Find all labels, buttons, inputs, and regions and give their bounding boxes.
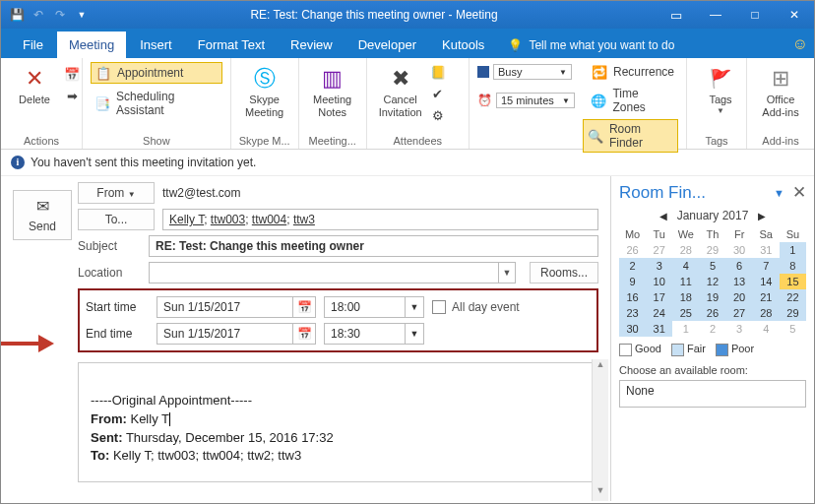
meeting-notes-button[interactable]: ▥ Meeting Notes — [307, 62, 358, 120]
calendar-day[interactable]: 5 — [780, 321, 806, 337]
forward-small-icon[interactable]: ➡ — [60, 86, 84, 105]
tab-insert[interactable]: Insert — [128, 32, 184, 58]
calendar-day[interactable]: 29 — [699, 242, 725, 258]
calendar-day[interactable]: 2 — [619, 258, 646, 274]
calendar-day[interactable]: 2 — [699, 321, 725, 337]
tab-format-text[interactable]: Format Text — [186, 32, 277, 58]
calendar-day[interactable]: 26 — [619, 242, 646, 258]
calendar-day[interactable]: 25 — [672, 305, 699, 321]
reminder-combo[interactable]: 15 minutes▼ — [496, 93, 575, 108]
cancel-invitation-button[interactable]: ✖ Cancel Invitation — [375, 62, 426, 125]
calendar-day[interactable]: 17 — [646, 289, 672, 305]
calendar-day[interactable]: 9 — [619, 274, 646, 289]
start-date-field[interactable]: Sun 1/15/2017 📅 — [157, 296, 316, 318]
calendar-day[interactable]: 3 — [646, 258, 672, 274]
to-field[interactable]: Kelly T; ttw003; ttw004; ttw3 — [162, 209, 598, 230]
mini-calendar[interactable]: MoTuWeThFrSaSu 2627282930311234567891011… — [619, 226, 806, 337]
calendar-day[interactable]: 15 — [780, 274, 806, 289]
calendar-day[interactable]: 11 — [672, 274, 699, 289]
calendar-day[interactable]: 6 — [726, 258, 753, 274]
calendar-day[interactable]: 5 — [699, 258, 725, 274]
calendar-day[interactable]: 12 — [699, 274, 725, 289]
response-options-icon[interactable]: ⚙ — [426, 105, 450, 125]
chevron-down-icon[interactable]: ▼ — [405, 324, 423, 344]
room-list[interactable]: None — [619, 380, 806, 408]
tab-file[interactable]: File — [11, 32, 55, 58]
calendar-day[interactable]: 28 — [672, 242, 699, 258]
qat-save-icon[interactable]: 💾 — [7, 5, 27, 25]
send-button[interactable]: ✉ Send — [13, 190, 72, 240]
calendar-day[interactable]: 1 — [672, 321, 699, 337]
tab-meeting[interactable]: Meeting — [57, 32, 126, 58]
calendar-day[interactable]: 26 — [699, 305, 725, 321]
tell-me[interactable]: 💡 Tell me what you want to do — [498, 32, 784, 58]
calendar-day[interactable]: 13 — [726, 274, 753, 289]
calendar-day[interactable]: 31 — [753, 242, 780, 258]
start-time-field[interactable]: 18:00 ▼ — [324, 296, 424, 318]
tab-kutools[interactable]: Kutools — [430, 32, 496, 58]
feedback-smiley-icon[interactable]: ☺ — [786, 31, 814, 58]
calendar-picker-icon[interactable]: 📅 — [292, 324, 315, 344]
calendar-day[interactable]: 21 — [753, 289, 780, 305]
tab-review[interactable]: Review — [279, 32, 345, 58]
end-time-field[interactable]: 18:30 ▼ — [324, 323, 424, 345]
scheduling-assistant-button[interactable]: 📑 Scheduling Assistant — [91, 88, 222, 119]
calendar-day[interactable]: 3 — [726, 321, 753, 337]
prev-month-icon[interactable]: ◀ — [659, 211, 667, 221]
calendar-day[interactable]: 28 — [753, 305, 780, 321]
calendar-day[interactable]: 18 — [672, 289, 699, 305]
calendar-day[interactable]: 31 — [646, 321, 672, 337]
room-finder-button[interactable]: 🔍Room Finder — [583, 119, 678, 153]
tags-button[interactable]: 🚩 Tags ▼ — [695, 62, 746, 117]
minimize-icon[interactable]: — — [696, 1, 735, 29]
rooms-button[interactable]: Rooms... — [530, 262, 598, 284]
subject-field[interactable]: RE: Test: Change this meeting owner — [149, 235, 598, 257]
calendar-day[interactable]: 16 — [619, 289, 646, 305]
calendar-day[interactable]: 30 — [619, 321, 646, 337]
calendar-day[interactable]: 20 — [726, 289, 753, 305]
delete-button[interactable]: ✕ Delete — [9, 62, 60, 108]
message-body[interactable]: -----Original Appointment----- From: Kel… — [78, 362, 598, 482]
calendar-day[interactable]: 22 — [780, 289, 806, 305]
skype-meeting-button[interactable]: Ⓢ Skype Meeting — [239, 62, 290, 120]
qat-redo-icon[interactable]: ↷ — [50, 5, 70, 25]
all-day-checkbox[interactable]: All day event — [432, 300, 520, 314]
from-button[interactable]: From ▼ — [78, 182, 155, 204]
pane-menu-icon[interactable]: ▼ — [774, 187, 784, 199]
calendar-day[interactable]: 14 — [753, 274, 780, 289]
qat-more-icon[interactable]: ▼ — [72, 5, 92, 25]
office-addins-button[interactable]: ⊞ Office Add-ins — [755, 62, 806, 120]
next-month-icon[interactable]: ▶ — [758, 211, 766, 221]
calendar-day[interactable]: 24 — [646, 305, 672, 321]
recurrence-button[interactable]: 🔁Recurrence — [588, 62, 678, 82]
calendar-day[interactable]: 7 — [753, 258, 780, 274]
calendar-day[interactable]: 30 — [726, 242, 753, 258]
appointment-button[interactable]: 📋 Appointment — [91, 62, 222, 84]
calendar-day[interactable]: 10 — [646, 274, 672, 289]
calendar-day[interactable]: 4 — [672, 258, 699, 274]
to-button[interactable]: To... — [78, 209, 155, 230]
close-window-icon[interactable]: ✕ — [775, 1, 814, 29]
end-date-field[interactable]: Sun 1/15/2017 📅 — [157, 323, 316, 345]
calendar-day[interactable]: 23 — [619, 305, 646, 321]
ribbon-display-options-icon[interactable]: ▭ — [657, 1, 696, 29]
calendar-day[interactable]: 4 — [753, 321, 780, 337]
location-dropdown-icon[interactable]: ▼ — [499, 262, 516, 284]
address-book-icon[interactable]: 📒 — [426, 62, 450, 82]
tab-developer[interactable]: Developer — [346, 32, 428, 58]
show-as-combo[interactable]: Busy▼ — [493, 64, 572, 80]
close-pane-icon[interactable]: ✕ — [792, 182, 806, 203]
location-field[interactable] — [149, 262, 499, 284]
qat-undo-icon[interactable]: ↶ — [29, 5, 48, 25]
chevron-down-icon[interactable]: ▼ — [405, 297, 423, 317]
calendar-day[interactable]: 27 — [726, 305, 753, 321]
calendar-picker-icon[interactable]: 📅 — [292, 297, 315, 317]
check-names-icon[interactable]: ✔ — [426, 84, 450, 103]
calendar-day[interactable]: 8 — [780, 258, 806, 274]
time-zones-button[interactable]: 🌐Time Zones — [587, 85, 678, 116]
maximize-icon[interactable]: □ — [735, 1, 775, 29]
editor-scrollbar[interactable]: ▲ ▼ — [592, 359, 608, 501]
calendar-day[interactable]: 27 — [646, 242, 672, 258]
calendar-day[interactable]: 29 — [780, 305, 806, 321]
calendar-day[interactable]: 1 — [780, 242, 806, 258]
